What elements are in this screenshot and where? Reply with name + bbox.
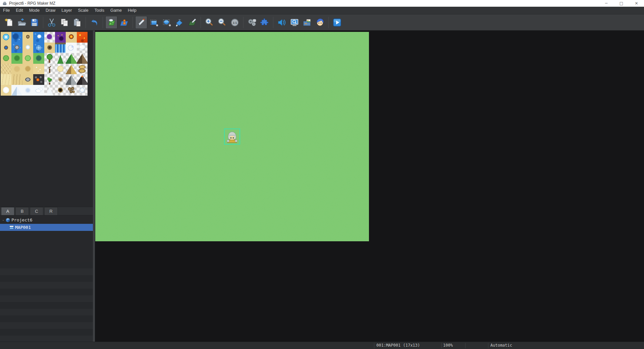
tile-green-mountain[interactable] (66, 53, 76, 64)
tile-gold-rocks[interactable] (77, 64, 88, 74)
menu-file[interactable]: File (0, 7, 13, 14)
tile-cloud[interactable] (77, 43, 88, 53)
menu-layer[interactable]: Layer (58, 7, 75, 14)
toolbar-separator (103, 17, 103, 28)
tileset-tab-r[interactable]: R (44, 207, 58, 215)
tile-lava-rocks[interactable] (33, 74, 44, 85)
tile-dead-tree[interactable] (44, 64, 55, 74)
tile-sea[interactable] (11, 32, 22, 43)
plugin-manager-button[interactable] (259, 16, 271, 29)
tile-sea-splash[interactable] (33, 32, 44, 43)
zoom-in-button[interactable] (203, 16, 215, 29)
tile-lava[interactable] (77, 32, 88, 43)
flood-fill-tool-button[interactable] (173, 16, 185, 29)
menu-tools[interactable]: Tools (92, 7, 107, 14)
tile-brown-mountain[interactable] (77, 53, 88, 64)
copy-button[interactable] (58, 16, 70, 29)
tileset-tab-a[interactable]: A (1, 207, 14, 215)
tile-poison-swamp[interactable] (44, 32, 55, 43)
tile-sand-dunes[interactable] (11, 74, 22, 85)
menu-scale[interactable]: Scale (75, 7, 91, 14)
tile-brown-rocks[interactable] (66, 85, 76, 96)
sound-test-button[interactable] (276, 16, 288, 29)
statusbar-separator (465, 343, 466, 348)
tile-pale-sand-patch[interactable] (55, 64, 66, 74)
tileset-tab-c[interactable]: C (30, 207, 43, 215)
map-editor-area[interactable] (95, 31, 644, 342)
tile-snow-bush[interactable] (77, 85, 88, 96)
tree-item-map001[interactable]: MAP001 (0, 224, 93, 231)
database-button[interactable] (246, 16, 258, 29)
map-mode-button[interactable] (105, 16, 117, 29)
menu-game[interactable]: Game (107, 7, 125, 14)
tile-gray-boulder[interactable] (22, 74, 33, 85)
tile-pale-dunes[interactable] (1, 74, 11, 85)
zoom-out-button[interactable] (216, 16, 228, 29)
tileset-tab-b[interactable]: B (15, 207, 29, 215)
event-searcher-button[interactable] (288, 16, 301, 29)
tree-item-project[interactable]: - Project6 (0, 216, 93, 223)
tile-small-pine[interactable] (55, 53, 66, 64)
menu-draw[interactable]: Draw (43, 7, 58, 14)
tile-swamp-plants[interactable] (55, 32, 66, 43)
menu-mode[interactable]: Mode (26, 7, 43, 14)
tile-gray-mountain[interactable] (66, 74, 76, 85)
tile-shallow-pool[interactable] (1, 32, 11, 43)
ellipse-tool-button[interactable] (161, 16, 173, 29)
tile-grass-patch[interactable] (1, 53, 11, 64)
undo-button[interactable] (88, 16, 100, 29)
tile-light-grass-patch[interactable] (22, 53, 33, 64)
maximize-button[interactable]: □ (614, 0, 629, 7)
tile-volcano[interactable] (77, 74, 88, 85)
paste-button[interactable] (71, 16, 83, 29)
tile-snow-drift[interactable] (33, 85, 44, 96)
tile-dark-pit[interactable] (55, 85, 66, 96)
map-canvas[interactable] (95, 32, 369, 241)
rectangle-tool-button[interactable] (148, 16, 160, 29)
tile-dirt-crater[interactable] (44, 43, 55, 53)
tile-sand[interactable] (11, 64, 22, 74)
tile-whirlpool[interactable] (33, 43, 44, 53)
puzzle-piece-icon (260, 17, 270, 28)
tile-ice-smudge[interactable] (22, 85, 33, 96)
pencil-tool-button[interactable] (135, 16, 147, 29)
tile-dirt-patch[interactable] (55, 74, 66, 85)
close-button[interactable]: ✕ (629, 0, 644, 7)
tile-tree[interactable] (44, 53, 55, 64)
statusbar: 001:MAP001 (17x13) 100% Automatic (0, 342, 644, 349)
tile-water-hole[interactable] (1, 43, 11, 53)
tile-ice-ball[interactable] (22, 43, 33, 53)
save-project-button[interactable] (29, 16, 41, 29)
menu-edit[interactable]: Edit (13, 7, 26, 14)
player-start-event[interactable] (224, 129, 240, 145)
statusbar-zoom-level: 100% (443, 342, 453, 349)
minimize-button[interactable]: ─ (599, 0, 614, 7)
actual-scale-button[interactable]: 1:1 (229, 16, 241, 29)
tile-frost[interactable] (66, 43, 76, 53)
playtest-button[interactable] (331, 16, 343, 29)
event-mode-button[interactable] (118, 16, 130, 29)
tile-snow-patch[interactable] (1, 85, 11, 96)
tile-sand-patch[interactable] (22, 64, 33, 74)
open-project-button[interactable] (16, 16, 28, 29)
new-project-button[interactable] (3, 16, 15, 29)
tile-sea-rock[interactable] (22, 32, 33, 43)
tile-gold-mountain[interactable] (66, 64, 76, 74)
cut-button[interactable] (46, 16, 58, 29)
project-cube-icon (5, 217, 10, 222)
menu-help[interactable]: Help (125, 7, 140, 14)
tile-lava-crater[interactable] (66, 32, 76, 43)
shadow-pen-tool-button[interactable] (186, 16, 198, 29)
tile-dark-grass-patch[interactable] (11, 53, 22, 64)
resource-manager-button[interactable] (301, 16, 313, 29)
character-generator-button[interactable] (314, 16, 326, 29)
tile-sea-boulder[interactable] (11, 43, 22, 53)
collapse-expander-icon[interactable]: - (2, 218, 5, 222)
tile-cracked-sand[interactable] (1, 64, 11, 74)
tile-green-bush[interactable] (44, 74, 55, 85)
tile-snow-pine[interactable] (44, 85, 55, 96)
tile-waterfall[interactable] (55, 43, 66, 53)
tile-ice-crystal[interactable] (11, 85, 22, 96)
tile-sparkle-sand[interactable] (33, 64, 44, 74)
tile-teal-grass-patch[interactable] (33, 53, 44, 64)
